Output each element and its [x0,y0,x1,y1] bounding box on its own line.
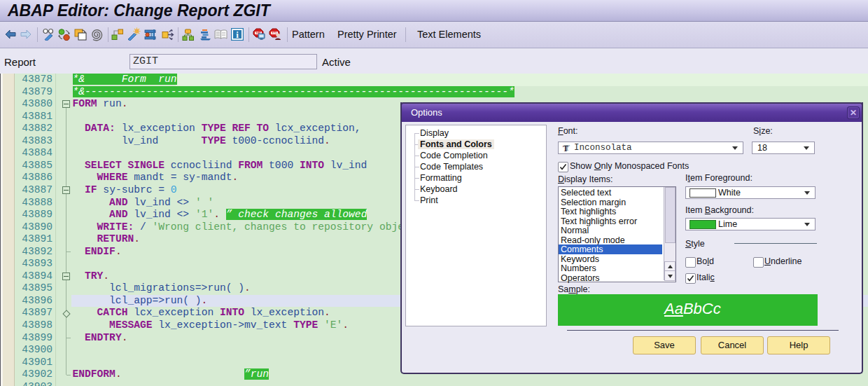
svg-text:i: i [236,29,239,40]
